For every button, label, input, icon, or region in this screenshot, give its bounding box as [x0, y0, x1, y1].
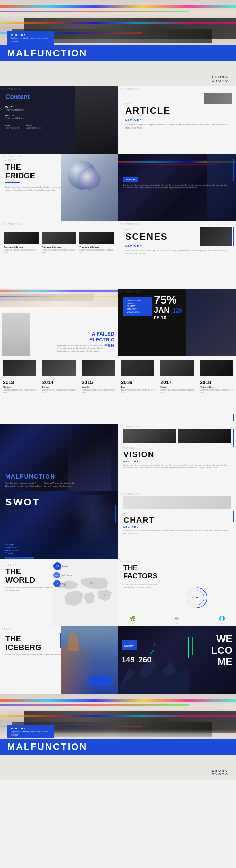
timeline-text-2017: Explain your title by some simple words … — [160, 389, 194, 394]
slide-content: MALFUNCTION Content Part.01 Type your ti… — [0, 86, 118, 154]
hero-blue-bar: MALFUNCTION — [0, 45, 236, 61]
slide-fridge: MALFUNCTION ABOUT THE FRIDGE Explain you… — [0, 154, 118, 221]
factors-title-line2: FACTORS — [123, 572, 157, 580]
welcome-mimicry-text: MIMICRY — [124, 645, 134, 647]
fridge-title-line1: THE — [5, 163, 21, 172]
swot-list: Strength Weakness Opportunity Threats — [5, 543, 18, 555]
timeline-year-2016: 2016 — [121, 379, 154, 385]
factor-icon-2: ⚙ — — [168, 616, 186, 624]
vision-part-label: PART.03 — [118, 445, 236, 450]
iceberg-about-watermark: ABOUT — [2, 628, 11, 630]
footer-title: MALFUNCTION — [7, 741, 88, 752]
timeline-name-2018: Platform Store — [200, 386, 233, 388]
slide-stats: MALFUNCTION SAMPLE THEMESAMPLECONTENTSTR… — [118, 289, 236, 356]
welcome-green-bar-1 — [188, 637, 189, 658]
timeline-year-2013: 2013 — [3, 379, 36, 385]
swot-item-4: Threats — [5, 552, 18, 554]
mini-col-3-title: Type your title here — [79, 246, 114, 248]
vision-img-2 — [178, 429, 231, 443]
swot-item-3: Opportunity — [5, 549, 18, 551]
hero-mimicry-box: MIMICRY Explain your title by some simpl… — [7, 31, 54, 45]
slide-iceberg: ABOUT ABOUT THE ICEBERG Explain your tit… — [0, 626, 118, 694]
article-title: ARTICLE — [125, 105, 229, 118]
swot-item-2: Weakness — [5, 546, 18, 549]
stats-blue-box: SAMPLE THEMESAMPLECONTENTSTRATEGYVISUAL … — [123, 297, 152, 316]
failed-glitch-top — [0, 289, 118, 307]
hero-author-line2: XYOYO — [212, 79, 229, 83]
article-mimicry: MIMICRY — [125, 118, 229, 123]
timeline-text-2014: Explain your title by some simple words … — [42, 389, 76, 394]
slide-welcome: MALFUNCTION MIMICRY 149 260 — [118, 626, 236, 694]
footer-slide: MIMICRY Explain your title by some simpl… — [0, 694, 236, 780]
welcome-lco-text: LCO — [211, 645, 232, 656]
slide-row-1: MALFUNCTION Content Part.01 Type your ti… — [0, 86, 236, 154]
timeline-name-2014: Farced — [42, 386, 76, 388]
mini-col-1-text: Explain your title by some simple words … — [4, 249, 39, 254]
vision-mimicry: MIMICRY — [118, 460, 236, 464]
timeline-text-2016: Explain your title by some simple words … — [121, 389, 154, 394]
timeline-img-2013 — [3, 360, 36, 376]
welcome-green-bar-2 — [192, 637, 193, 655]
footer-blue-bar: MALFUNCTION — [0, 739, 236, 755]
scenes-body: Try this, we could really use your help … — [118, 249, 236, 255]
footer-mimicry-box: MIMICRY Explain your title by some simpl… — [7, 725, 54, 738]
swot-title: SWOT — [5, 496, 40, 508]
slide-failed-fan: MALFUNCTION A FAILED ELECTRIC FAN Beyond… — [0, 289, 118, 356]
chart-watermark: MALFUNCTION — [120, 493, 141, 495]
swot-right-accent — [115, 505, 116, 523]
factors-watermark: MALFUNCTION — [120, 560, 141, 563]
mini-col-3-img — [79, 232, 114, 244]
timeline-blue-accent — [233, 414, 234, 421]
welcome-stats-area: MIMICRY 149 260 — [122, 640, 151, 664]
chart-image — [123, 496, 231, 509]
timeline-year-2017: 2017 — [160, 379, 194, 385]
slide-factors: MALFUNCTION THE FACTORS Explain your tit… — [118, 559, 236, 626]
timeline-text-2013: Explain your title by some simple words … — [3, 389, 36, 394]
timeline-img-2014 — [42, 360, 76, 376]
footer-mimicry-sub: Explain your title by some simple words … — [11, 730, 50, 736]
timeline-col-2017: 2017 Multer Explain your title by some s… — [157, 356, 197, 424]
vision-img-1 — [123, 429, 176, 443]
timeline-name-2017: Multer — [160, 386, 194, 388]
mini-col-1: Type your title here Explain your title … — [4, 232, 39, 254]
footer-author-line2: XYOYO — [212, 773, 229, 776]
hero-title: MALFUNCTION — [7, 48, 88, 59]
stats-right-image — [186, 289, 236, 356]
dark-box-text: MIMICRY — [126, 178, 136, 181]
timeline-img-2016 — [121, 360, 154, 376]
slide-vision: MALFUNCTION PART.03 VISION MIMICRY Expla… — [118, 424, 236, 491]
world-watermark: ABOUT — [2, 560, 11, 563]
swot-item-1: Strength — [5, 543, 18, 546]
dark-body-text: Explain your title by some simple words … — [123, 184, 231, 189]
timeline-col-2015: 2015 Mockle Explain your title by some s… — [79, 356, 118, 424]
stats-box-text: SAMPLE THEMESAMPLECONTENTSTRATEGYVISUAL … — [127, 299, 148, 313]
slide-row-2: MALFUNCTION ABOUT THE FRIDGE Explain you… — [0, 154, 236, 221]
slide-row-5: MALFUNCTION Try today, behind (this word… — [0, 424, 236, 491]
part4-text: Type your title here — [26, 127, 42, 129]
footer-author: LEUNG XYOYO — [212, 769, 229, 776]
slide-world: ABOUT ABOUT THE WORLD Explain your title… — [0, 559, 118, 626]
stats-jan: JAN — [154, 305, 170, 315]
fridge-title-line2: FRIDGE — [5, 171, 35, 180]
mini-col-1-img — [4, 232, 39, 244]
timeline-inner: 2013 Mimicry Explain your title by some … — [0, 356, 236, 424]
fridge-right-image — [61, 154, 118, 221]
slide-row-6: SWOT Strength Weakness Opportunity Threa… — [0, 491, 236, 559]
factors-title: THE FACTORS — [123, 564, 231, 580]
mini-col-2: Type your title here Explain your title … — [42, 232, 77, 254]
stats-num: 128 — [173, 308, 182, 314]
timeline-col-2018: 2018 Platform Store Explain your title b… — [197, 356, 236, 424]
mini-col-2-title: Type your title here — [42, 246, 77, 248]
slide-row-7: ABOUT ABOUT THE WORLD Explain your title… — [0, 559, 236, 626]
factor-icon-3: 🌐 — — [213, 616, 231, 624]
chart-part-label: PART.04 — [118, 511, 236, 515]
welcome-num-1: 149 — [122, 655, 135, 664]
timeline-img-2017 — [160, 360, 194, 376]
timeline-name-2013: Mimicry — [3, 386, 36, 388]
factor-icon-1: 🌿 — — [123, 616, 141, 624]
stats-date: 05.10 — [154, 315, 182, 321]
timeline-col-2014: 2014 Farced Explain your title by some s… — [39, 356, 79, 424]
factor-icon-3-label: — — [213, 622, 231, 624]
timeline-text-2018: Explain your title by some simple words … — [200, 389, 233, 394]
iceberg-blue-accent — [60, 633, 61, 648]
